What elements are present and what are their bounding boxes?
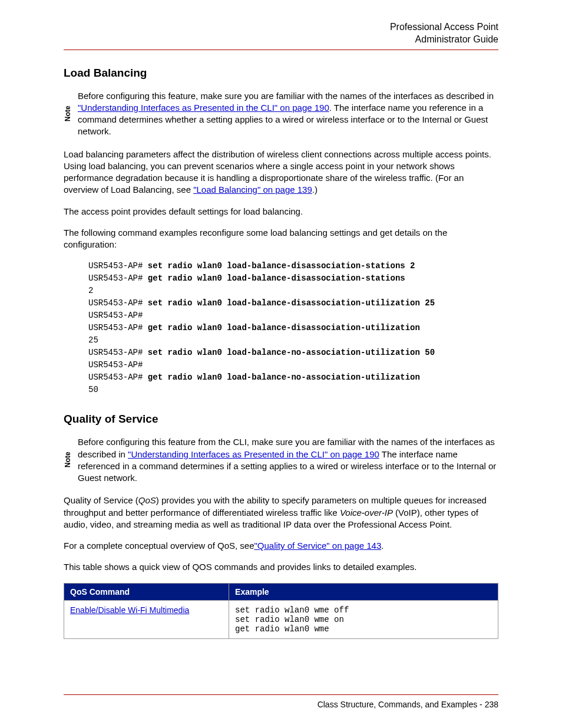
table-cell-command: Enable/Disable Wi-Fi Multimedia — [64, 600, 229, 638]
link-qos[interactable]: "Quality of Service" on page 143 — [254, 541, 382, 551]
qos-p1a: Quality of Service ( — [64, 495, 138, 505]
note-block: Note Before configuring this feature fro… — [64, 436, 498, 484]
paragraph: Load balancing parameters affect the dis… — [64, 149, 498, 196]
note-label: Note — [64, 90, 74, 138]
table-header-example: Example — [229, 583, 498, 600]
code-prompt: USR5453-AP# — [88, 311, 143, 320]
code-block: USR5453-AP# set radio wlan0 load-balance… — [88, 260, 498, 396]
document-page: Professional Access Point Administrator … — [0, 0, 562, 728]
code-output: 50 — [88, 385, 98, 394]
paragraph: Quality of Service (QoS) provides you wi… — [64, 495, 498, 531]
qos-term: QoS — [138, 495, 156, 505]
code-prompt: USR5453-AP# — [88, 274, 148, 283]
link-enable-disable-wifi-multimedia[interactable]: Enable/Disable Wi-Fi Multimedia — [70, 605, 189, 615]
link-understanding-interfaces[interactable]: "Understanding Interfaces as Presented i… — [128, 449, 379, 459]
paragraph: For a complete conceptual overview of Qo… — [64, 540, 498, 552]
table-header-row: QoS Command Example — [64, 583, 498, 600]
note-label: Note — [64, 436, 74, 484]
note-block: Note Before configuring this feature, ma… — [64, 90, 498, 138]
code-output: 25 — [88, 335, 98, 345]
p2-pre: For a complete conceptual overview of Qo… — [64, 541, 254, 551]
code-cmd: set radio wlan0 load-balance-no-associat… — [148, 348, 435, 357]
table-header-command: QoS Command — [64, 583, 229, 600]
paragraph: This table shows a quick view of QOS com… — [64, 561, 498, 573]
p2-post: . — [381, 541, 384, 551]
table-cell-example: set radio wlan0 wme off set radio wlan0 … — [229, 600, 498, 638]
page-footer: Class Structure, Commands, and Examples … — [64, 694, 498, 709]
section-title-qos: Quality of Service — [64, 413, 498, 426]
code-output: 2 — [88, 286, 93, 295]
code-cmd: get radio wlan0 load-balance-disassociat… — [148, 274, 405, 283]
section-title-load-balancing: Load Balancing — [64, 67, 498, 80]
link-load-balancing[interactable]: "Load Balancing" on page 139 — [193, 185, 312, 195]
code-cmd: get radio wlan0 load-balance-disassociat… — [148, 323, 420, 332]
paragraph: The access point provides default settin… — [64, 206, 498, 218]
code-prompt: USR5453-AP# — [88, 348, 148, 357]
link-understanding-interfaces[interactable]: "Understanding Interfaces as Presented i… — [78, 103, 329, 113]
code-prompt: USR5453-AP# — [88, 360, 143, 370]
paragraph: The following command examples reconfigu… — [64, 227, 498, 251]
code-prompt: USR5453-AP# — [88, 298, 148, 308]
code-prompt: USR5453-AP# — [88, 323, 148, 332]
page-header: Professional Access Point Administrator … — [64, 21, 498, 50]
header-line1: Professional Access Point — [390, 22, 498, 32]
code-cmd: set radio wlan0 load-balance-disassociat… — [148, 298, 435, 308]
note-text: Before configuring this feature, make su… — [74, 90, 498, 138]
voip-term: Voice-over-IP — [340, 508, 393, 518]
code-cmd: get radio wlan0 load-balance-no-associat… — [148, 373, 420, 382]
note-text: Before configuring this feature from the… — [74, 436, 498, 484]
code-cmd: set radio wlan0 load-balance-disassociat… — [148, 261, 415, 271]
p1-post: .) — [312, 185, 318, 195]
code-prompt: USR5453-AP# — [88, 261, 148, 271]
table-row: Enable/Disable Wi-Fi Multimedia set radi… — [64, 600, 498, 638]
code-prompt: USR5453-AP# — [88, 373, 148, 382]
header-line2: Administrator Guide — [415, 34, 498, 44]
qos-table: QoS Command Example Enable/Disable Wi-Fi… — [64, 583, 498, 639]
footer-text: Class Structure, Commands, and Examples … — [318, 700, 498, 709]
note-pre: Before configuring this feature, make su… — [78, 91, 494, 101]
